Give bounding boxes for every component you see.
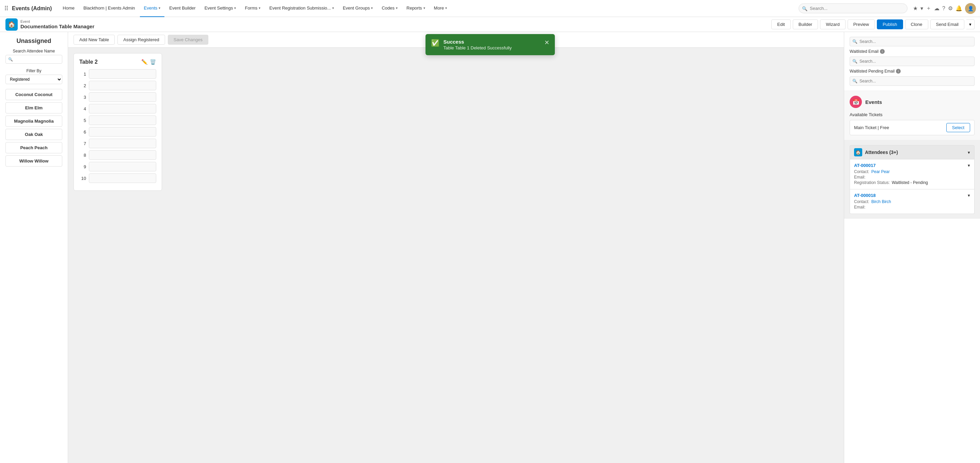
- attendee-item[interactable]: Oak Oak: [5, 129, 62, 140]
- attendee-item[interactable]: Peach Peach: [5, 142, 62, 153]
- table-card-actions: ✏️ 🗑️: [141, 59, 156, 65]
- sub-navigation: 🏠 Event Documentation Table Manager Edit…: [0, 17, 980, 32]
- row-slot[interactable]: [89, 162, 156, 171]
- attendee-item[interactable]: Elm Elm: [5, 102, 62, 113]
- nav-blackthorn[interactable]: Blackthorn | Events Admin: [79, 0, 139, 17]
- waitlisted-pending-label: Waitlisted Pending Email i: [850, 69, 975, 73]
- nav-items: Home Blackthorn | Events Admin Events ▾ …: [59, 0, 793, 17]
- plus-icon[interactable]: ＋: [926, 5, 931, 12]
- nav-event-builder[interactable]: Event Builder: [165, 0, 199, 17]
- row-slot[interactable]: [89, 173, 156, 183]
- row-number: 2: [79, 83, 86, 88]
- avatar[interactable]: 👤: [965, 3, 976, 14]
- row-number: 3: [79, 95, 86, 100]
- ticket-name: Main Ticket | Free: [854, 125, 889, 130]
- attendee-email-2: Email:: [854, 205, 970, 209]
- row-slot[interactable]: [89, 92, 156, 102]
- row-slot[interactable]: [89, 81, 156, 90]
- more-actions-dropdown[interactable]: ▾: [966, 19, 975, 29]
- codes-chevron-icon: ▾: [396, 6, 398, 10]
- send-email-button[interactable]: Send Email: [930, 19, 964, 29]
- app-grid-icon[interactable]: ⠿: [4, 5, 8, 12]
- attendee-item[interactable]: Magnolia Magnolia: [5, 115, 62, 127]
- gear-icon[interactable]: ⚙: [948, 5, 953, 11]
- table-card-header: Table 2 ✏️ 🗑️: [79, 59, 156, 65]
- nav-event-registration[interactable]: Event Registration Submissio... ▾: [265, 0, 338, 17]
- attendee-item[interactable]: Willow Willow: [5, 155, 62, 167]
- toast-close-button[interactable]: ✕: [544, 39, 549, 46]
- toast-title: Success: [444, 39, 540, 45]
- events-section-header: 📅 Events: [850, 96, 975, 108]
- toast-overlay: ✅ Success Table Table 1 Deleted Successf…: [425, 34, 555, 55]
- attendees-dropdown-icon[interactable]: ▾: [968, 150, 970, 155]
- edit-table-icon[interactable]: ✏️: [141, 59, 148, 65]
- assign-registered-button[interactable]: Assign Registered: [118, 35, 165, 45]
- search-input[interactable]: [799, 3, 907, 13]
- table-card: Table 2 ✏️ 🗑️ 1 2 3 4 5: [73, 53, 162, 191]
- nav-codes[interactable]: Codes ▾: [377, 0, 402, 17]
- center-content: Table 2 ✏️ 🗑️ 1 2 3 4 5: [68, 48, 844, 463]
- attendee-expand-icon-2[interactable]: ▾: [968, 193, 970, 198]
- row-slot[interactable]: [89, 127, 156, 137]
- table-row-item: 6: [79, 127, 156, 137]
- table-rows: 1 2 3 4 5 6 7 8 9 10: [79, 69, 156, 183]
- attendee-expand-icon[interactable]: ▾: [968, 163, 970, 168]
- row-slot[interactable]: [89, 115, 156, 125]
- help-icon[interactable]: ?: [942, 5, 945, 11]
- contact-name-link-2[interactable]: Birch Birch: [872, 199, 891, 204]
- wizard-button[interactable]: Wizard: [820, 19, 845, 29]
- event-title: Documentation Table Manager: [21, 24, 94, 29]
- delete-table-icon[interactable]: 🗑️: [150, 59, 156, 65]
- table-row-item: 10: [79, 173, 156, 183]
- add-new-table-button[interactable]: Add New Table: [73, 35, 115, 45]
- nav-events[interactable]: Events ▾: [140, 0, 165, 17]
- filter-by-select[interactable]: Registered Waitlisted All: [5, 75, 62, 84]
- attendee-record-header: AT-000017 ▾: [854, 163, 970, 168]
- publish-button[interactable]: Publish: [877, 19, 903, 29]
- attendee-id-link-2[interactable]: AT-000018: [854, 193, 875, 198]
- table-row-item: 4: [79, 104, 156, 113]
- nav-event-settings[interactable]: Event Settings ▾: [200, 0, 240, 17]
- save-changes-button[interactable]: Save Changes: [168, 35, 208, 45]
- contact-name-link[interactable]: Pear Pear: [872, 169, 890, 174]
- nav-forms[interactable]: Forms ▾: [241, 0, 264, 17]
- row-number: 7: [79, 141, 86, 146]
- preview-button[interactable]: Preview: [848, 19, 875, 29]
- builder-button[interactable]: Builder: [793, 19, 818, 29]
- attendee-search-input[interactable]: [5, 55, 62, 64]
- waitlisted-email-input[interactable]: [850, 57, 975, 66]
- sub-nav-left: 🏠 Event Documentation Table Manager: [5, 18, 94, 31]
- waitlisted-pending-info-icon[interactable]: i: [896, 69, 901, 73]
- nav-event-groups[interactable]: Event Groups ▾: [339, 0, 377, 17]
- attendee-id-link[interactable]: AT-000017: [854, 163, 875, 168]
- attendee-item[interactable]: Coconut Coconut: [5, 89, 62, 100]
- waitlisted-email-info-icon[interactable]: i: [880, 49, 885, 54]
- top-right-search-wrap: 🔍: [850, 37, 975, 46]
- event-info: Event Documentation Table Manager: [21, 19, 94, 29]
- nav-more[interactable]: More ▾: [430, 0, 451, 17]
- waitlisted-pending-email-input[interactable]: [850, 76, 975, 86]
- right-search-input[interactable]: [850, 37, 975, 46]
- cloud-icon[interactable]: ☁: [934, 5, 940, 11]
- attendee-contact: Contact: Pear Pear: [854, 169, 970, 174]
- row-slot[interactable]: [89, 139, 156, 148]
- app-name: Events (Admin): [12, 5, 52, 11]
- waitlisted-pending-search-icon: 🔍: [852, 79, 858, 83]
- row-slot[interactable]: [89, 150, 156, 160]
- star-icon[interactable]: ★: [913, 5, 918, 11]
- row-slot[interactable]: [89, 104, 156, 113]
- row-slot[interactable]: [89, 69, 156, 79]
- select-ticket-button[interactable]: Select: [946, 123, 970, 132]
- chevron-down-small-icon[interactable]: ▾: [920, 5, 923, 11]
- nav-reports[interactable]: Reports ▾: [402, 0, 429, 17]
- center-panel: Add New Table Assign Registered Save Cha…: [68, 32, 844, 463]
- toast-body: Success Table Table 1 Deleted Successful…: [444, 39, 540, 50]
- row-number: 4: [79, 106, 86, 112]
- clone-button[interactable]: Clone: [905, 19, 928, 29]
- edit-button[interactable]: Edit: [772, 19, 791, 29]
- bell-icon[interactable]: 🔔: [956, 5, 962, 11]
- reports-chevron-icon: ▾: [423, 6, 425, 10]
- nav-home[interactable]: Home: [59, 0, 79, 17]
- events-chevron-icon: ▾: [159, 6, 160, 10]
- table-row-item: 7: [79, 139, 156, 148]
